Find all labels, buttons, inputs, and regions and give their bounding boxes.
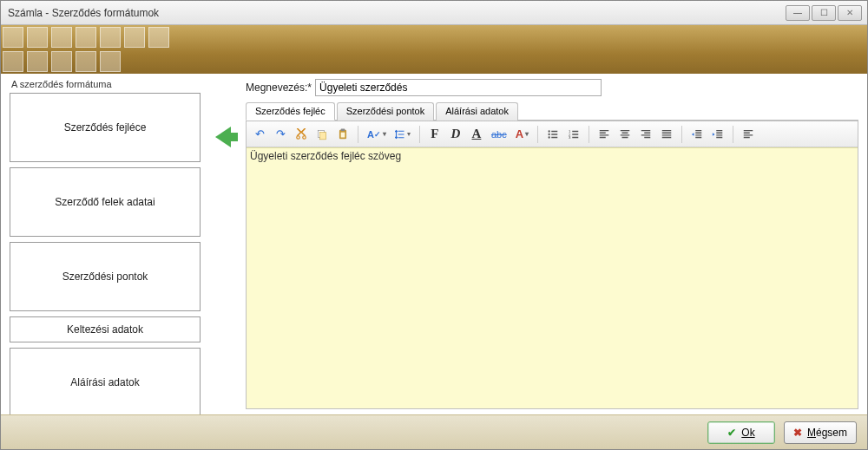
strikethrough-icon[interactable]: abc (488, 125, 510, 144)
window-buttons: — ☐ ✕ (786, 5, 862, 21)
svg-rect-3 (320, 132, 326, 139)
bullet-list-icon[interactable] (543, 125, 562, 144)
ok-button[interactable]: ✔ Ok (707, 421, 775, 444)
x-icon: ✖ (793, 427, 802, 439)
svg-point-8 (549, 133, 550, 134)
paragraph-align-icon[interactable] (739, 125, 758, 144)
font-color-icon[interactable]: A (512, 125, 532, 144)
tabs: Szerződés fejlécSzerződési pontokAláírás… (246, 101, 858, 121)
footer: ✔ Ok ✖ Mégsem (1, 414, 867, 449)
dialog-window: Számla - Szerződés formátumok — ☐ ✕ A sz… (0, 0, 868, 450)
line-spacing-icon[interactable] (391, 125, 414, 144)
align-center-icon[interactable] (615, 125, 635, 144)
indent-icon[interactable] (708, 125, 727, 144)
check-icon: ✔ (727, 427, 736, 439)
separator (589, 126, 589, 143)
paste-icon[interactable] (333, 125, 352, 144)
svg-rect-5 (341, 128, 345, 130)
undo-icon[interactable]: ↶ (250, 125, 269, 144)
align-justify-icon[interactable] (657, 125, 676, 144)
minimize-button[interactable]: — (786, 5, 810, 21)
section-list: Szerződés fejléceSzerződő felek adataiSz… (10, 93, 201, 417)
separator (358, 126, 358, 143)
svg-point-7 (549, 130, 550, 132)
arrow-column (209, 79, 237, 409)
section-button[interactable]: Szerződés fejléce (10, 93, 201, 162)
left-group-label: A szerződés formátuma (11, 79, 201, 89)
maximize-button[interactable]: ☐ (812, 5, 836, 21)
svg-point-1 (303, 135, 306, 139)
name-label: Megnevezés:* (246, 82, 312, 94)
editor-toolbar: ↶ ↷ A✓ F (247, 121, 858, 147)
separator (537, 126, 538, 143)
section-button[interactable]: Keltezési adatok (10, 316, 201, 342)
separator (419, 126, 420, 143)
align-right-icon[interactable] (636, 125, 655, 144)
tab[interactable]: Szerződési pontok (337, 102, 435, 121)
section-button[interactable]: Szerződő felek adatai (10, 167, 201, 237)
italic-icon[interactable]: D (446, 125, 465, 144)
section-button[interactable]: Aláírási adatok (10, 348, 201, 417)
name-input[interactable] (315, 79, 602, 96)
content: A szerződés formátuma Szerződés fejléceS… (1, 74, 867, 414)
cut-icon[interactable] (292, 125, 311, 144)
outdent-icon[interactable] (687, 125, 707, 144)
svg-text:3: 3 (569, 135, 571, 140)
right-pane: Megnevezés:* Szerződés fejlécSzerződési … (246, 79, 858, 409)
separator (733, 126, 733, 143)
cancel-button[interactable]: ✖ Mégsem (784, 421, 857, 444)
section-button[interactable]: Szerződési pontok (10, 242, 201, 311)
separator (681, 126, 682, 143)
close-button[interactable]: ✕ (838, 5, 862, 21)
insert-arrow-icon[interactable] (215, 127, 231, 147)
svg-point-0 (297, 135, 300, 139)
svg-point-9 (549, 136, 550, 138)
banner (1, 25, 867, 74)
editor-box: ↶ ↷ A✓ F (246, 121, 858, 409)
cancel-button-label: Mégsem (807, 427, 847, 439)
name-row: Megnevezés:* (246, 79, 858, 96)
ok-button-label: Ok (741, 427, 754, 439)
align-left-icon[interactable] (595, 125, 614, 144)
spellcheck-icon[interactable]: A✓ (364, 125, 390, 144)
numbered-list-icon[interactable]: 123 (564, 125, 583, 144)
underline-icon[interactable]: A (467, 125, 486, 144)
tab[interactable]: Aláírási adatok (436, 102, 518, 121)
copy-icon[interactable] (312, 125, 332, 144)
titlebar: Számla - Szerződés formátumok — ☐ ✕ (1, 1, 867, 25)
svg-rect-6 (341, 132, 345, 137)
redo-icon[interactable]: ↷ (271, 125, 290, 144)
left-pane: A szerződés formátuma Szerződés fejléceS… (10, 79, 201, 409)
tab[interactable]: Szerződés fejléc (246, 102, 335, 121)
bold-icon[interactable]: F (425, 125, 444, 144)
window-title: Számla - Szerződés formátumok (8, 7, 786, 19)
editor-textarea[interactable]: Ügyeleti szerződés fejléc szöveg (247, 147, 858, 408)
